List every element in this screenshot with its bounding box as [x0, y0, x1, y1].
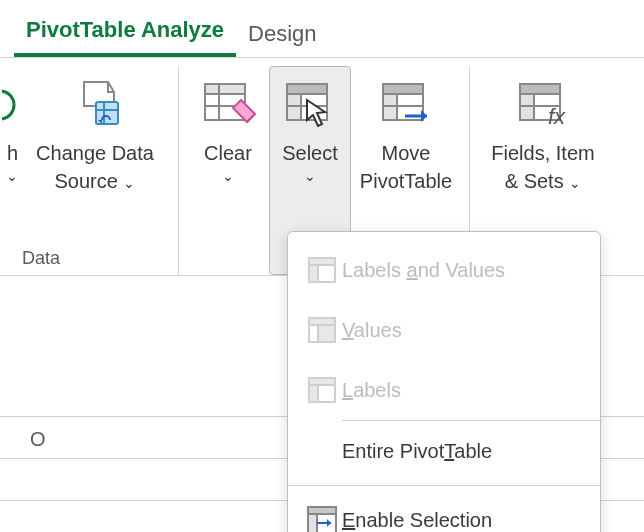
refresh-label: h: [7, 140, 18, 166]
svg-rect-27: [309, 318, 335, 325]
labels-and-values-icon: [302, 257, 342, 283]
refresh-icon: [0, 72, 18, 138]
tab-design[interactable]: Design: [236, 9, 328, 57]
change-data-source-label-1: Change Data: [36, 140, 154, 166]
chevron-down-icon: ⌄: [569, 175, 581, 191]
group-data: h ⌄ Change Data Source ⌄: [0, 66, 179, 275]
menu-item-label: Labels: [342, 379, 586, 402]
clear-label: Clear: [204, 140, 252, 166]
chevron-down-icon: ⌄: [222, 168, 234, 184]
select-label: Select: [282, 140, 338, 166]
ribbon-tabs: PivotTable Analyze Design: [0, 0, 644, 58]
menu-item-label: Entire PivotTable: [342, 440, 586, 463]
clear-icon: [195, 72, 261, 138]
svg-rect-5: [205, 84, 245, 94]
change-data-source-icon: [62, 72, 128, 138]
change-data-source-button[interactable]: Change Data Source ⌄: [20, 66, 170, 200]
select-dropdown-menu: Labels and Values Values Labels Entire P…: [287, 231, 601, 532]
menu-item-entire-pivottable[interactable]: Entire PivotTable: [288, 421, 600, 481]
move-label-1: Move: [382, 140, 431, 166]
clear-button[interactable]: Clear ⌄: [187, 66, 269, 275]
enable-selection-icon: [302, 506, 342, 532]
menu-item-enable-selection[interactable]: Enable Selection: [288, 490, 600, 532]
tab-pivottable-analyze[interactable]: PivotTable Analyze: [14, 5, 236, 57]
fields-items-sets-icon: fx: [510, 72, 576, 138]
svg-rect-19: [520, 84, 560, 94]
move-pivottable-icon: [373, 72, 439, 138]
svg-rect-13: [383, 84, 423, 94]
svg-rect-32: [309, 385, 318, 402]
svg-rect-35: [308, 514, 317, 532]
chevron-down-icon: ⌄: [304, 168, 316, 184]
select-icon: [277, 72, 343, 138]
labels-icon: [302, 377, 342, 403]
menu-separator: [288, 485, 600, 486]
menu-item-label: Values: [342, 319, 586, 342]
svg-rect-28: [309, 325, 318, 342]
chevron-down-icon: ⌄: [6, 168, 18, 184]
fields-items-label-1: Fields, Item: [491, 140, 594, 166]
svg-rect-9: [287, 84, 327, 94]
svg-rect-34: [308, 507, 336, 514]
menu-item-label: Enable Selection: [342, 509, 586, 532]
group-label-data: Data: [22, 248, 60, 269]
change-data-source-label-2: Source ⌄: [55, 168, 136, 196]
menu-item-labels-and-values: Labels and Values: [288, 240, 600, 300]
menu-item-labels: Labels: [288, 360, 600, 420]
move-label-2: PivotTable: [360, 168, 452, 194]
menu-item-label: Labels and Values: [342, 259, 586, 282]
chevron-down-icon: ⌄: [123, 175, 135, 191]
svg-rect-29: [318, 325, 335, 342]
menu-item-values: Values: [288, 300, 600, 360]
svg-rect-31: [309, 378, 335, 385]
refresh-button[interactable]: h ⌄: [0, 66, 20, 200]
fields-items-label-2: & Sets ⌄: [505, 168, 581, 196]
values-icon: [302, 317, 342, 343]
svg-text:fx: fx: [548, 104, 566, 129]
svg-rect-25: [309, 265, 318, 282]
column-header-o[interactable]: O: [30, 428, 46, 451]
svg-rect-24: [309, 258, 335, 265]
